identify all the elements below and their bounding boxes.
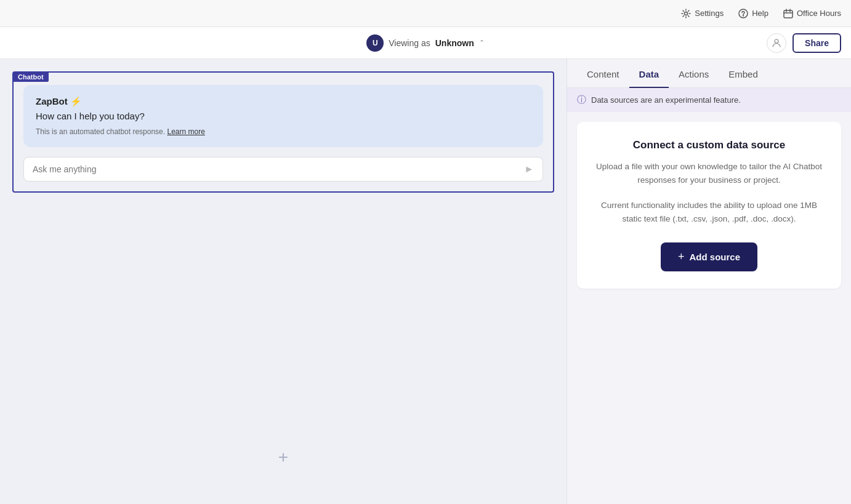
add-source-label: Add source bbox=[690, 252, 741, 262]
viewing-name: Unknown bbox=[435, 38, 474, 48]
help-nav-item[interactable]: Help bbox=[738, 9, 768, 18]
tab-embed[interactable]: Embed bbox=[719, 59, 768, 88]
chat-input-row: ► bbox=[23, 157, 543, 182]
experimental-banner: ⓘ Data sources are an experimental featu… bbox=[567, 88, 851, 112]
toolbar: U Viewing as Unknown ⌃ Share bbox=[0, 27, 851, 59]
learn-more-link[interactable]: Learn more bbox=[167, 127, 204, 136]
card-desc2: Current functionality includes the abili… bbox=[592, 199, 826, 225]
svg-point-4 bbox=[775, 39, 778, 43]
panel-tabs: Content Data Actions Embed bbox=[567, 59, 851, 88]
office-hours-label: Office Hours bbox=[797, 9, 841, 18]
tab-actions[interactable]: Actions bbox=[669, 59, 719, 88]
chevron-icon[interactable]: ⌃ bbox=[479, 39, 485, 47]
help-label: Help bbox=[752, 9, 768, 18]
share-button[interactable]: Share bbox=[793, 33, 841, 53]
card-desc1: Upload a file with your own knowledge to… bbox=[592, 160, 826, 186]
chatbot-content: ZapBot ⚡ How can I help you today? This … bbox=[14, 73, 553, 191]
plus-icon: + bbox=[678, 250, 685, 263]
top-nav: Settings Help Office Hours bbox=[0, 0, 851, 27]
panel-content: ⓘ Data sources are an experimental featu… bbox=[567, 88, 851, 504]
settings-label: Settings bbox=[695, 9, 724, 18]
svg-point-0 bbox=[685, 12, 688, 15]
main-layout: Chatbot ZapBot ⚡ How can I help you toda… bbox=[0, 59, 851, 504]
tab-content[interactable]: Content bbox=[577, 59, 629, 88]
tab-data[interactable]: Data bbox=[629, 59, 669, 88]
office-hours-nav-item[interactable]: Office Hours bbox=[783, 9, 841, 18]
avatar: U bbox=[366, 34, 384, 52]
data-source-card: Connect a custom data source Upload a fi… bbox=[577, 122, 841, 289]
card-title: Connect a custom data source bbox=[592, 139, 826, 151]
svg-rect-3 bbox=[784, 10, 793, 18]
chat-greeting: How can I help you today? bbox=[36, 111, 531, 121]
settings-icon bbox=[681, 9, 691, 18]
help-icon bbox=[738, 9, 748, 18]
automated-text: This is an automated chatbot response. L… bbox=[36, 127, 531, 136]
settings-nav-item[interactable]: Settings bbox=[681, 9, 724, 18]
viewing-prefix: Viewing as bbox=[389, 38, 430, 48]
info-icon: ⓘ bbox=[577, 94, 586, 106]
user-icon bbox=[771, 38, 782, 49]
chatbot-widget: Chatbot ZapBot ⚡ How can I help you toda… bbox=[12, 71, 554, 193]
calendar-icon bbox=[783, 9, 793, 18]
add-source-button[interactable]: + Add source bbox=[661, 242, 757, 271]
viewing-as-container: U Viewing as Unknown ⌃ bbox=[366, 34, 484, 52]
bot-name: ZapBot ⚡ bbox=[36, 96, 531, 107]
send-icon[interactable]: ► bbox=[524, 164, 534, 175]
user-avatar-button[interactable] bbox=[767, 33, 786, 53]
chat-input[interactable] bbox=[33, 164, 519, 174]
chat-bubble: ZapBot ⚡ How can I help you today? This … bbox=[23, 85, 543, 147]
svg-point-2 bbox=[743, 15, 744, 16]
add-block-button[interactable]: + bbox=[278, 447, 288, 467]
toolbar-right: Share bbox=[767, 33, 841, 53]
canvas: Chatbot ZapBot ⚡ How can I help you toda… bbox=[0, 59, 567, 504]
experimental-text: Data sources are an experimental feature… bbox=[591, 95, 741, 105]
chatbot-label: Chatbot bbox=[13, 72, 49, 82]
right-panel: Content Data Actions Embed ⓘ Data source… bbox=[567, 59, 851, 504]
